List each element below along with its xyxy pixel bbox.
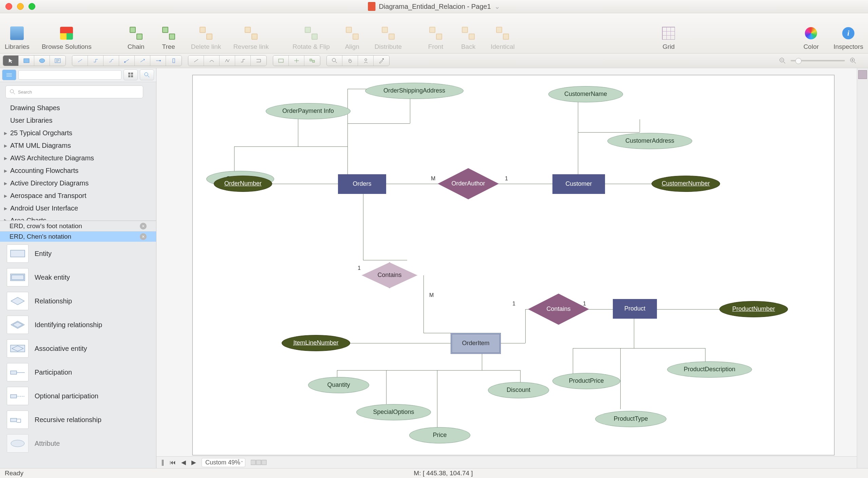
pager-prev-icon[interactable]: ◀ — [181, 459, 186, 466]
zoom-slider-track[interactable] — [791, 60, 845, 61]
tab-erd-chen[interactable]: ERD, Chen's notation × — [0, 231, 156, 242]
attr-customername[interactable]: CustomerName — [548, 86, 623, 102]
sidebar-search-button[interactable] — [140, 69, 154, 80]
key-ordernumber[interactable]: OrderNumber — [214, 176, 272, 192]
close-icon[interactable]: × — [140, 233, 147, 240]
zoom-in-button[interactable] — [849, 57, 857, 65]
lib-item[interactable]: Accounting Flowcharts — [0, 164, 156, 177]
attr-producttype[interactable]: ProductType — [595, 411, 666, 427]
rel-contains-1[interactable]: Contains — [362, 262, 417, 288]
pager-first-icon[interactable]: ⏮ — [170, 459, 176, 466]
attr-price[interactable]: Price — [409, 427, 470, 443]
ellipse-tool[interactable] — [34, 56, 50, 66]
minimize-window-icon[interactable] — [17, 3, 24, 10]
zoom-out-button[interactable] — [778, 57, 787, 65]
lib-user-libraries[interactable]: User Libraries — [0, 114, 156, 127]
back-label: Back — [461, 43, 475, 51]
chain-button[interactable]: Chain — [126, 25, 146, 51]
lib-item[interactable]: AWS Architecture Diagrams — [0, 152, 156, 164]
key-customernumber[interactable]: CustomerNumber — [652, 176, 720, 192]
shape-relationship[interactable]: Relationship — [0, 289, 156, 313]
eyedropper-tool[interactable] — [374, 56, 389, 66]
attr-specialoptions[interactable]: SpecialOptions — [356, 404, 431, 420]
shape-attribute[interactable]: Attribute — [0, 432, 156, 455]
line-tool-5[interactable] — [251, 56, 266, 66]
libraries-panel-button[interactable] — [2, 69, 16, 80]
key-itemlinenumber[interactable]: ItemLineNumber — [282, 335, 350, 351]
canvas-scroll[interactable]: M 1 1 M 1 1 OrderDate OrderPayment Info … — [156, 68, 857, 456]
lib-item[interactable]: Active Directory Diagrams — [0, 177, 156, 190]
shape-ident-relationship[interactable]: Identifying relationship — [0, 313, 156, 337]
snap-objects-tool[interactable] — [304, 56, 320, 66]
line-tool-1[interactable] — [188, 56, 204, 66]
close-window-icon[interactable] — [5, 3, 12, 10]
zoom-window-icon[interactable] — [29, 3, 35, 10]
snap-guides-tool[interactable] — [289, 56, 304, 66]
shape-recursive-relationship[interactable]: Recursive relationship — [0, 408, 156, 432]
attr-discount[interactable]: Discount — [488, 382, 549, 398]
libraries-button[interactable]: Libraries — [5, 25, 30, 51]
lib-item[interactable]: Android User Interface — [0, 202, 156, 215]
shape-participation[interactable]: Participation — [0, 360, 156, 384]
browse-solutions-button[interactable]: Browse Solutions — [42, 25, 92, 51]
attr-customeraddress[interactable]: CustomerAddress — [607, 133, 692, 149]
shape-entity[interactable]: Entity — [0, 242, 156, 265]
entity-product[interactable]: Product — [613, 299, 657, 319]
conn-style-2[interactable] — [88, 56, 103, 66]
key-productnumber[interactable]: ProductNumber — [719, 301, 788, 317]
line-tool-3[interactable] — [220, 56, 235, 66]
lib-item[interactable]: 25 Typical Orgcharts — [0, 127, 156, 139]
zoom-slider-thumb[interactable] — [795, 58, 801, 64]
zoom-tool[interactable] — [327, 56, 342, 66]
conn-style-1[interactable] — [72, 56, 88, 66]
pointer-tool[interactable] — [3, 56, 19, 66]
presentation-tool[interactable] — [358, 56, 374, 66]
conn-style-7[interactable] — [166, 56, 182, 66]
zoom-combo[interactable]: Custom 49% — [202, 458, 245, 467]
lib-item[interactable]: ATM UML Diagrams — [0, 139, 156, 152]
attr-quantity[interactable]: Quantity — [308, 377, 369, 393]
close-icon[interactable]: × — [140, 223, 147, 230]
diagram-page[interactable]: M 1 1 M 1 1 OrderDate OrderPayment Info … — [192, 75, 834, 455]
lib-item[interactable]: Area Charts — [0, 215, 156, 221]
tree-button[interactable]: Tree — [158, 25, 179, 51]
inspectors-sidebar[interactable] — [857, 68, 868, 468]
entity-customer[interactable]: Customer — [552, 174, 605, 194]
attr-ordershipping[interactable]: OrderShippingAddress — [365, 83, 464, 99]
rect-tool[interactable] — [19, 56, 34, 66]
entity-orderitem[interactable]: OrderItem — [451, 333, 501, 354]
line-tool-2[interactable] — [204, 56, 220, 66]
conn-style-5[interactable] — [135, 56, 150, 66]
conn-style-3[interactable] — [103, 56, 119, 66]
chevron-down-icon[interactable]: ⌄ — [494, 2, 500, 11]
conn-style-6[interactable] — [150, 56, 166, 66]
hand-tool[interactable] — [342, 56, 358, 66]
pager-next-icon[interactable]: ▶ — [191, 459, 196, 466]
inspectors-button[interactable]: i Inspectors — [833, 25, 863, 51]
conn-style-4[interactable] — [119, 56, 135, 66]
pager-collapse-icon[interactable]: ‖ — [161, 459, 164, 466]
attr-orderpayment[interactable]: OrderPayment Info — [266, 103, 351, 119]
sidebar-filter-input[interactable] — [18, 70, 121, 80]
attr-productprice[interactable]: ProductPrice — [552, 373, 620, 389]
search-input[interactable]: Search — [5, 85, 143, 98]
rel-orderauthor[interactable]: OrderAuthor — [438, 168, 499, 199]
shape-assoc-entity[interactable]: Associative entity — [0, 337, 156, 360]
entity-orders[interactable]: Orders — [338, 174, 386, 194]
grid-button[interactable]: Grid — [658, 25, 679, 51]
attr-productdesc[interactable]: ProductDescription — [667, 361, 752, 378]
document-title[interactable]: Diagrama_Entidad_Relacion - Page1 ⌄ — [368, 2, 500, 11]
lib-item[interactable]: Aerospace and Transport — [0, 190, 156, 202]
page-thumbnails-icon[interactable] — [251, 459, 271, 465]
snap-grid-tool[interactable] — [273, 56, 289, 66]
color-button[interactable]: Color — [801, 25, 821, 51]
shape-weak-entity[interactable]: Weak entity — [0, 265, 156, 289]
rel-contains-2[interactable]: Contains — [528, 294, 589, 325]
text-tool[interactable] — [50, 56, 65, 66]
sidebar-grid-view-button[interactable] — [124, 69, 138, 80]
inspector-tab-icon[interactable] — [858, 70, 867, 79]
tab-erd-crows[interactable]: ERD, crow's foot notation × — [0, 221, 156, 231]
lib-drawing-shapes[interactable]: Drawing Shapes — [0, 102, 156, 114]
shape-optional-participation[interactable]: Optional participation — [0, 384, 156, 408]
line-tool-4[interactable] — [235, 56, 251, 66]
